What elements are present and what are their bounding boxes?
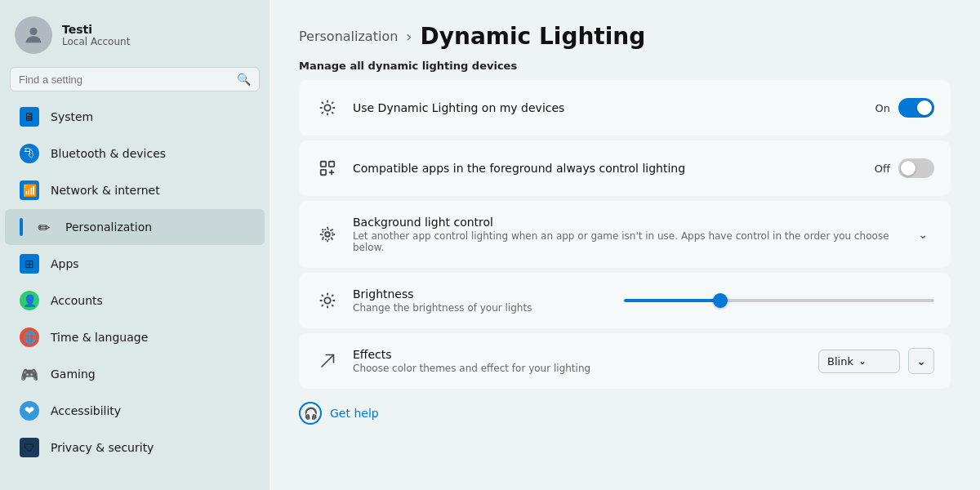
background-light-text: Background light control Let another app… — [353, 216, 898, 253]
sidebar: Testi Local Account 🔍 🖥 System ⮷ Bluetoo… — [0, 0, 270, 490]
compatible-apps-toggle-label: Off — [875, 163, 890, 175]
sidebar-item-accounts[interactable]: 👤 Accounts — [5, 283, 265, 318]
system-icon: 🖥 — [20, 107, 39, 127]
brightness-slider-container — [624, 299, 934, 302]
background-light-title: Background light control — [353, 216, 898, 229]
compatible-apps-toggle[interactable] — [898, 158, 934, 178]
card-background-light: Background light control Let another app… — [299, 201, 951, 268]
get-help-icon: 🎧 — [299, 402, 322, 425]
svg-line-20 — [322, 295, 323, 296]
section-label: Manage all dynamic lighting devices — [299, 60, 951, 72]
toggle-thumb-off — [901, 161, 915, 176]
sidebar-label-accounts: Accounts — [51, 294, 103, 307]
compatible-apps-text: Compatible apps in the foreground always… — [353, 162, 862, 175]
compatible-apps-title: Compatible apps in the foreground always… — [353, 162, 862, 175]
headset-icon: 🎧 — [304, 407, 318, 420]
search-box[interactable]: 🔍 — [10, 67, 260, 91]
svg-point-15 — [324, 297, 330, 303]
svg-line-6 — [322, 102, 323, 104]
sidebar-item-accessibility[interactable]: ❤ Accessibility — [5, 393, 265, 429]
row-effects: Effects Choose color themes and effect f… — [299, 333, 951, 389]
effects-icon — [315, 349, 340, 373]
svg-line-23 — [332, 295, 333, 296]
sidebar-label-gaming: Gaming — [51, 368, 96, 381]
toggle-track-on[interactable] — [898, 98, 934, 118]
effects-sub: Choose color themes and effect for your … — [353, 363, 805, 374]
effects-expand-btn[interactable]: ⌄ — [908, 348, 934, 374]
background-light-expand: ⌄ — [911, 223, 934, 246]
svg-rect-12 — [321, 170, 326, 175]
background-light-expand-btn[interactable]: ⌄ — [911, 223, 934, 246]
svg-line-9 — [332, 102, 333, 104]
bluetooth-icon: ⮷ — [20, 144, 39, 163]
effects-title: Effects — [353, 348, 805, 361]
sidebar-item-personalization[interactable]: ✏️ Personalization — [5, 209, 265, 245]
accounts-icon: 👤 — [20, 291, 39, 310]
effects-control: Blink ⌄ ⌄ — [818, 348, 934, 374]
card-compatible-apps: Compatible apps in the foreground always… — [299, 140, 951, 196]
svg-point-13 — [325, 232, 330, 237]
svg-line-8 — [322, 112, 323, 114]
sidebar-item-network[interactable]: 📶 Network & internet — [5, 172, 265, 208]
time-icon: 🌐 — [20, 327, 39, 347]
effects-text: Effects Choose color themes and effect f… — [353, 348, 805, 374]
sidebar-label-privacy: Privacy & security — [51, 441, 154, 454]
svg-rect-10 — [321, 162, 326, 167]
get-help-label[interactable]: Get help — [330, 407, 379, 420]
svg-rect-11 — [329, 162, 334, 167]
sidebar-label-time: Time & language — [51, 331, 148, 344]
brightness-sub: Change the brightness of your lights — [353, 302, 611, 314]
user-info: Testi Local Account — [62, 23, 130, 47]
chevron-down-icon: ⌄ — [858, 355, 866, 367]
brightness-icon — [315, 288, 340, 313]
row-use-dynamic: Use Dynamic Lighting on my devices On — [299, 80, 951, 136]
use-dynamic-toggle[interactable] — [898, 98, 934, 118]
effects-dropdown-value: Blink — [827, 355, 853, 368]
toggle-thumb — [917, 100, 932, 115]
sidebar-item-bluetooth[interactable]: ⮷ Bluetooth & devices — [5, 136, 265, 172]
sidebar-label-system: System — [51, 110, 93, 123]
user-sub: Local Account — [62, 36, 130, 47]
use-dynamic-toggle-label: On — [875, 102, 890, 114]
breadcrumb-parent: Personalization — [299, 29, 398, 44]
user-section: Testi Local Account — [0, 0, 270, 67]
user-name: Testi — [62, 23, 130, 36]
avatar — [15, 16, 52, 54]
search-icon: 🔍 — [237, 73, 251, 86]
sidebar-label-personalization: Personalization — [65, 220, 152, 234]
breadcrumb: Personalization › Dynamic Lighting — [299, 23, 951, 50]
nav-menu: 🖥 System ⮷ Bluetooth & devices 📶 Network… — [0, 98, 270, 466]
use-dynamic-text: Use Dynamic Lighting on my devices — [353, 101, 862, 114]
svg-point-0 — [29, 28, 37, 35]
sidebar-item-gaming[interactable]: 🎮 Gaming — [5, 356, 265, 392]
toggle-track-off[interactable] — [898, 158, 934, 178]
main-content: Personalization › Dynamic Lighting Manag… — [270, 0, 980, 490]
svg-line-24 — [322, 355, 334, 368]
sidebar-item-apps[interactable]: ⊞ Apps — [5, 246, 265, 282]
compatible-apps-control: Off — [875, 158, 934, 178]
apps-icon: ⊞ — [20, 254, 39, 274]
row-compatible-apps: Compatible apps in the foreground always… — [299, 140, 951, 196]
breadcrumb-sep: › — [406, 28, 412, 45]
brightness-text: Brightness Change the brightness of your… — [353, 287, 611, 314]
sidebar-item-system[interactable]: 🖥 System — [5, 99, 265, 135]
search-input[interactable] — [19, 74, 230, 86]
background-light-sub: Let another app control lighting when an… — [353, 230, 898, 253]
use-dynamic-title: Use Dynamic Lighting on my devices — [353, 101, 862, 114]
background-light-icon — [315, 222, 340, 247]
use-dynamic-control: On — [875, 98, 934, 118]
sidebar-item-privacy[interactable]: 🛡 Privacy & security — [5, 430, 265, 466]
effects-dropdown[interactable]: Blink ⌄ — [818, 350, 900, 373]
svg-line-22 — [322, 305, 323, 306]
card-effects: Effects Choose color themes and effect f… — [299, 333, 951, 389]
sidebar-item-time[interactable]: 🌐 Time & language — [5, 319, 265, 355]
compatible-apps-icon — [315, 156, 340, 180]
brightness-slider[interactable] — [624, 299, 934, 302]
sun-icon — [315, 96, 340, 120]
active-indicator — [20, 218, 23, 236]
svg-point-1 — [324, 105, 330, 110]
network-icon: 📶 — [20, 180, 39, 200]
page-title: Dynamic Lighting — [421, 23, 646, 50]
sidebar-label-bluetooth: Bluetooth & devices — [51, 147, 166, 160]
get-help[interactable]: 🎧 Get help — [299, 402, 951, 425]
